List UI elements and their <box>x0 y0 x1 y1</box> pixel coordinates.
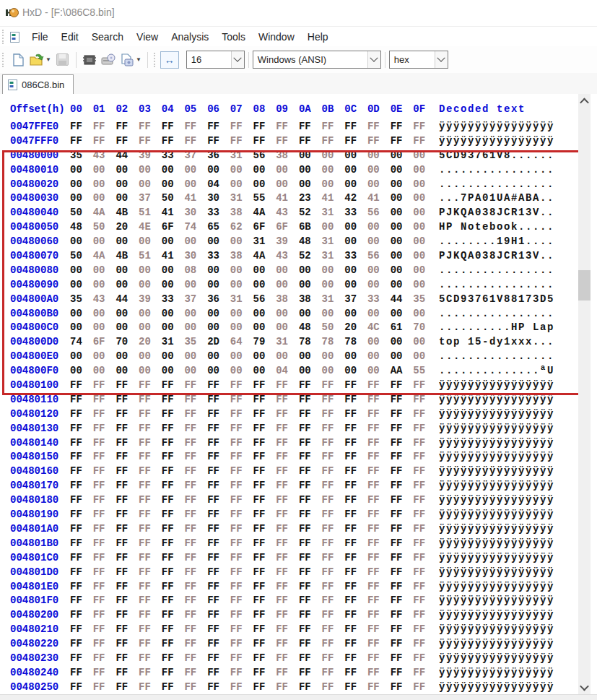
hex-byte[interactable]: FF <box>299 407 322 422</box>
hex-byte[interactable]: FF <box>230 379 253 393</box>
hex-byte[interactable]: FF <box>139 134 162 149</box>
hex-byte[interactable]: 00 <box>162 364 185 379</box>
hex-byte[interactable]: FF <box>116 637 139 652</box>
hex-byte[interactable]: FF <box>391 580 414 595</box>
hex-byte[interactable]: FF <box>344 508 367 522</box>
hex-byte[interactable]: FF <box>230 594 253 608</box>
hex-byte[interactable]: FF <box>413 551 436 566</box>
hex-byte[interactable]: FF <box>344 479 367 493</box>
hex-byte[interactable]: 78 <box>299 335 322 350</box>
hex-byte[interactable]: FF <box>253 493 276 508</box>
hex-byte[interactable]: FF <box>344 580 367 595</box>
hex-byte[interactable]: 41 <box>162 206 185 220</box>
hex-byte[interactable]: FF <box>299 566 322 580</box>
hex-byte[interactable]: 00 <box>93 307 116 321</box>
hex-byte[interactable]: FF <box>391 608 414 623</box>
hex-byte[interactable]: FF <box>344 551 367 566</box>
hex-byte[interactable]: FF <box>139 666 162 680</box>
hex-byte[interactable]: FF <box>276 134 299 149</box>
hex-row[interactable]: 00480210FFFFFFFFFFFFFFFFFFFFFFFFFFFFFFFF… <box>0 623 585 637</box>
hex-byte[interactable]: 04 <box>207 178 230 192</box>
hex-byte[interactable]: 70 <box>413 321 436 335</box>
hex-byte[interactable]: FF <box>344 680 367 695</box>
hex-byte[interactable]: FF <box>413 120 436 134</box>
hex-byte[interactable]: FF <box>139 436 162 451</box>
hex-byte[interactable]: 00 <box>207 163 230 178</box>
hex-byte[interactable]: 00 <box>322 149 345 163</box>
hex-byte[interactable]: 56 <box>253 293 276 307</box>
hex-byte[interactable]: FF <box>322 493 345 508</box>
hex-row[interactable]: 004800E000000000000000000000000000000000… <box>0 350 585 364</box>
hex-byte[interactable]: FF <box>413 464 436 479</box>
hex-byte[interactable]: 00 <box>391 178 414 192</box>
menu-item-edit[interactable]: Edit <box>55 28 85 46</box>
row-decoded[interactable]: ÿÿÿÿÿÿÿÿÿÿÿÿÿÿÿÿ <box>439 522 554 537</box>
hex-byte[interactable]: FF <box>184 120 207 134</box>
hex-byte[interactable]: 35 <box>70 293 93 307</box>
hex-byte[interactable]: 00 <box>276 163 299 178</box>
hex-byte[interactable]: FF <box>299 493 322 508</box>
hex-byte[interactable]: 00 <box>162 350 185 364</box>
hex-row[interactable]: 0047FFF0FFFFFFFFFFFFFFFFFFFFFFFFFFFFFFFF… <box>0 134 585 149</box>
hex-byte[interactable]: FF <box>207 522 230 537</box>
hex-byte[interactable]: 78 <box>322 335 345 350</box>
hex-byte[interactable]: FF <box>93 608 116 623</box>
hex-byte[interactable]: 43 <box>276 249 299 264</box>
hex-byte[interactable]: 00 <box>367 278 391 293</box>
hex-byte[interactable]: 00 <box>93 364 116 379</box>
hex-byte[interactable]: FF <box>230 464 253 479</box>
hex-byte[interactable]: FF <box>276 637 299 652</box>
row-decoded[interactable]: ÿÿÿÿÿÿÿÿÿÿÿÿÿÿÿÿ <box>439 566 554 580</box>
hex-byte[interactable]: FF <box>230 551 253 566</box>
hex-byte[interactable]: 31 <box>322 206 345 220</box>
hex-byte[interactable]: FF <box>70 479 93 493</box>
hex-byte[interactable]: FF <box>116 422 139 436</box>
hex-byte[interactable]: FF <box>139 407 162 422</box>
hex-byte[interactable]: 00 <box>367 350 391 364</box>
open-dropdown-arrow-icon[interactable]: ▼ <box>45 56 51 63</box>
hex-byte[interactable]: FF <box>367 422 391 436</box>
hex-byte[interactable]: FF <box>207 379 230 393</box>
hex-byte[interactable]: FF <box>93 522 116 537</box>
hex-byte[interactable]: 00 <box>230 364 253 379</box>
hex-byte[interactable]: 79 <box>253 335 276 350</box>
hex-byte[interactable]: FF <box>93 134 116 149</box>
hex-byte[interactable]: 00 <box>322 178 345 192</box>
hex-byte[interactable]: FF <box>322 594 345 608</box>
hex-byte[interactable]: FF <box>70 580 93 595</box>
hex-byte[interactable]: FF <box>367 393 391 407</box>
hex-byte[interactable]: 00 <box>184 163 207 178</box>
hex-byte[interactable]: FF <box>230 666 253 680</box>
hex-byte[interactable]: FF <box>70 120 93 134</box>
offset-base-select[interactable]: hex <box>389 51 448 69</box>
hex-row[interactable]: 004800F00000000000000000000400000000AA55… <box>0 364 585 379</box>
hex-byte[interactable]: 00 <box>367 335 391 350</box>
hex-row[interactable]: 004801F0FFFFFFFFFFFFFFFFFFFFFFFFFFFFFFFF… <box>0 594 585 608</box>
hex-byte[interactable]: FF <box>322 566 345 580</box>
hex-byte[interactable]: 23 <box>299 191 322 206</box>
hex-byte[interactable]: FF <box>413 407 436 422</box>
hex-byte[interactable]: 35 <box>70 149 93 163</box>
hex-row[interactable]: 00480140FFFFFFFFFFFFFFFFFFFFFFFFFFFFFFFF… <box>0 436 585 451</box>
hex-byte[interactable]: 00 <box>139 163 162 178</box>
row-decoded[interactable]: ÿÿÿÿÿÿÿÿÿÿÿÿÿÿÿÿ <box>439 580 554 595</box>
hex-byte[interactable]: 43 <box>276 206 299 220</box>
hex-row[interactable]: 0047FFE0FFFFFFFFFFFFFFFFFFFFFFFFFFFFFFFF… <box>0 120 585 134</box>
hex-byte[interactable]: FF <box>184 508 207 522</box>
hex-byte[interactable]: FF <box>139 493 162 508</box>
hex-byte[interactable]: FF <box>70 551 93 566</box>
vertical-scrollbar[interactable] <box>578 94 591 695</box>
hex-byte[interactable]: FF <box>299 608 322 623</box>
hex-byte[interactable]: 00 <box>413 350 436 364</box>
hex-row[interactable]: 00480220FFFFFFFFFFFFFFFFFFFFFFFFFFFFFFFF… <box>0 637 585 652</box>
hex-byte[interactable]: FF <box>230 407 253 422</box>
hex-byte[interactable]: FF <box>276 608 299 623</box>
new-file-button[interactable] <box>9 51 27 69</box>
menu-item-file[interactable]: File <box>25 28 55 46</box>
row-decoded[interactable]: ................ <box>439 350 554 364</box>
hex-byte[interactable]: 4A <box>93 206 116 220</box>
hex-byte[interactable]: FF <box>367 379 391 393</box>
hex-byte[interactable]: FF <box>93 666 116 680</box>
hex-byte[interactable]: 00 <box>70 321 93 335</box>
hex-byte[interactable]: FF <box>230 436 253 451</box>
